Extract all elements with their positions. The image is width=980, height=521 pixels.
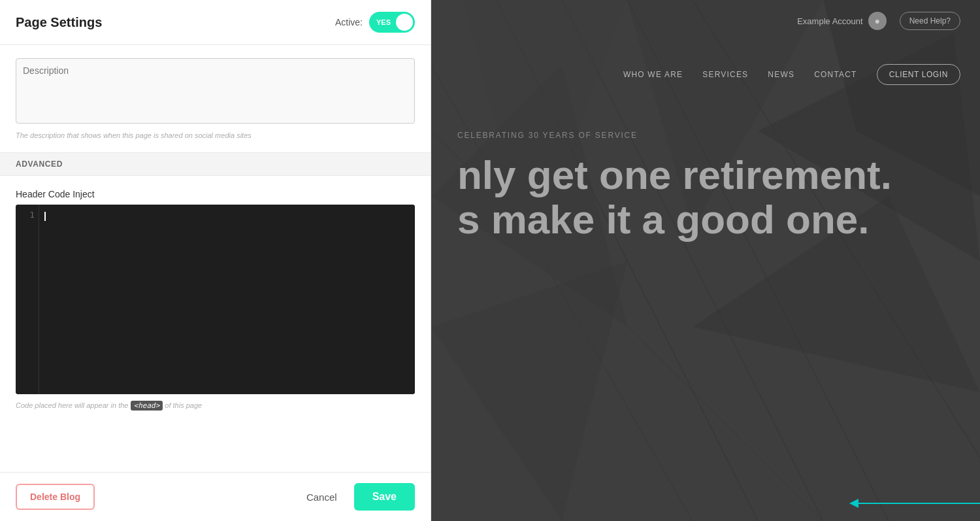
account-info: Example Account ●: [797, 12, 886, 30]
active-row: Active: YES: [335, 12, 415, 33]
nav-contact[interactable]: CONTACT: [814, 70, 857, 79]
code-hint-suffix: of this page: [165, 401, 202, 409]
cancel-button[interactable]: Cancel: [300, 485, 344, 509]
website-hero: CELEBRATING 30 YEARS OF SERVICE nly get …: [457, 131, 954, 242]
footer-right: Cancel Save: [300, 483, 415, 511]
active-toggle[interactable]: YES: [369, 12, 415, 33]
delete-blog-button[interactable]: Delete Blog: [16, 484, 95, 510]
hero-subtitle: CELEBRATING 30 YEARS OF SERVICE: [457, 131, 954, 140]
need-help-button[interactable]: Need Help?: [900, 12, 960, 30]
page-settings-panel: Page Settings Active: YES The descriptio…: [0, 0, 431, 521]
nav-who-we-are[interactable]: WHO WE ARE: [623, 70, 683, 79]
avatar: ●: [868, 12, 887, 30]
nav-services[interactable]: SERVICES: [702, 70, 748, 79]
account-name: Example Account: [797, 16, 862, 26]
description-section: The description that shows when this pag…: [0, 45, 431, 152]
line-number-1: 1: [29, 210, 35, 220]
description-textarea[interactable]: [16, 58, 415, 124]
code-inject-label: Header Code Inject: [16, 189, 415, 199]
code-editor[interactable]: 1: [16, 205, 415, 394]
description-hint: The description that shows when this pag…: [16, 131, 415, 139]
toggle-yes-label: YES: [376, 18, 391, 26]
active-label: Active:: [335, 17, 363, 27]
save-button[interactable]: Save: [354, 483, 415, 511]
website-background: Example Account ● Need Help? WHO WE ARE …: [431, 0, 980, 521]
advanced-label: ADVANCED: [16, 160, 63, 169]
line-numbers: 1: [16, 205, 39, 394]
nav-news[interactable]: NEWS: [768, 70, 794, 79]
code-hint: Code placed here will appear in the <hea…: [16, 401, 415, 411]
code-hint-prefix: Code placed here will appear in the: [16, 401, 128, 409]
hero-line-1: nly get one retirement.: [457, 153, 954, 197]
code-inject-section: Header Code Inject 1 Code placed here wi…: [0, 176, 431, 424]
toggle-knob: [396, 14, 413, 31]
panel-body: The description that shows when this pag…: [0, 45, 431, 472]
advanced-section-header: ADVANCED: [0, 152, 431, 176]
hero-title: nly get one retirement. s make it a good…: [457, 153, 954, 242]
panel-header: Page Settings Active: YES: [0, 0, 431, 45]
code-area[interactable]: [39, 205, 415, 394]
hero-line-2: s make it a good one.: [457, 197, 954, 242]
panel-footer: Delete Blog Cancel Save: [0, 472, 431, 521]
cursor: [44, 212, 46, 221]
website-main-nav: WHO WE ARE SERVICES NEWS CONTACT CLIENT …: [431, 52, 980, 97]
website-account-bar: Example Account ● Need Help?: [431, 0, 980, 42]
client-login-button[interactable]: CLIENT LOGIN: [877, 64, 960, 85]
website-preview: Example Account ● Need Help? WHO WE ARE …: [431, 0, 980, 521]
panel-title: Page Settings: [16, 15, 102, 30]
head-tag: <head>: [131, 401, 163, 411]
arrow-annotation: [856, 503, 980, 504]
